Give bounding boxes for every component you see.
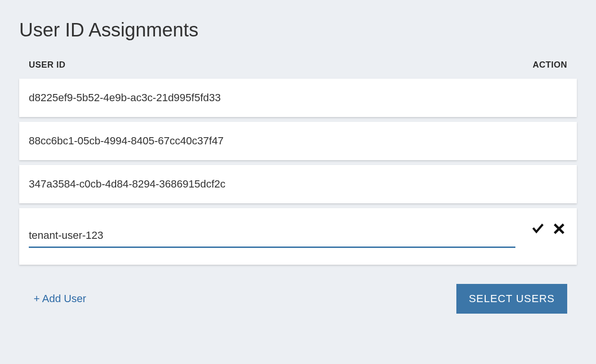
table-row: 88cc6bc1-05cb-4994-8405-67cc40c37f47: [19, 122, 577, 160]
check-icon: [532, 223, 544, 235]
page-title: User ID Assignments: [19, 19, 577, 41]
table-row: d8225ef9-5b52-4e9b-ac3c-21d995f5fd33: [19, 79, 577, 117]
table-row-editing: [19, 208, 577, 265]
edit-input-wrap: [29, 217, 515, 248]
user-id-input[interactable]: [29, 226, 515, 248]
user-id-value: 347a3584-c0cb-4d84-8294-3686915dcf2c: [29, 178, 226, 190]
column-header-action: ACTION: [533, 60, 567, 70]
user-id-value: 88cc6bc1-05cb-4994-8405-67cc40c37f47: [29, 135, 224, 147]
column-header-user-id: USER ID: [29, 60, 66, 70]
add-user-button[interactable]: + Add User: [29, 289, 91, 309]
user-id-value: d8225ef9-5b52-4e9b-ac3c-21d995f5fd33: [29, 92, 221, 104]
table-row: 347a3584-c0cb-4d84-8294-3686915dcf2c: [19, 165, 577, 203]
cancel-button[interactable]: [551, 221, 567, 237]
table-header: USER ID ACTION: [19, 60, 577, 79]
footer-actions: + Add User SELECT USERS: [19, 284, 577, 314]
select-users-button[interactable]: SELECT USERS: [456, 284, 567, 314]
close-icon: [553, 223, 565, 235]
confirm-button[interactable]: [530, 221, 546, 237]
user-id-assignments-panel: User ID Assignments USER ID ACTION d8225…: [0, 0, 596, 328]
edit-actions: [530, 217, 567, 237]
user-rows: d8225ef9-5b52-4e9b-ac3c-21d995f5fd33 88c…: [19, 79, 577, 265]
